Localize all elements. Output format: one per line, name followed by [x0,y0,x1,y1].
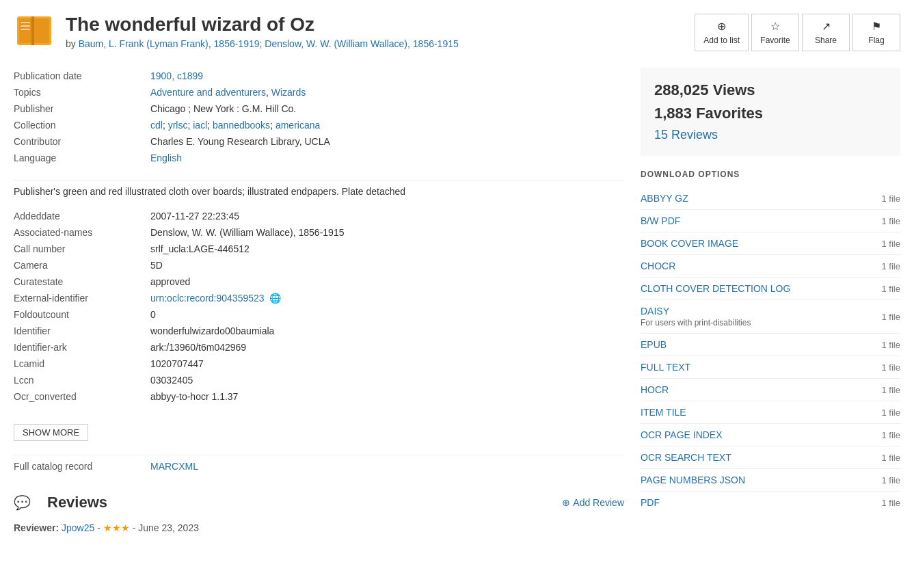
collection-link-cdl[interactable]: cdl [150,120,163,131]
foldoutcount-label: Foldoutcount [14,309,150,320]
metadata-row-contributor: Contributor Charles E. Young Research Li… [14,133,624,150]
contributor-value: Charles E. Young Research Library, UCLA [150,136,624,147]
reviewer-name[interactable]: Jpow25 [62,522,94,533]
worldcat-icon: 🌐 [269,293,281,304]
add-icon: ⊕ [562,497,570,508]
share-label: Share [815,36,837,45]
metadata-row-collection: Collection cdl; yrlsc; iacl; bannedbooks… [14,117,624,133]
author-link-1[interactable]: Baum, L. Frank (Lyman Frank), 1856-1919 [79,38,260,49]
download-link-bw-pdf[interactable]: B/W PDF [641,215,680,226]
download-link-abbyy-gz[interactable]: ABBYY GZ [641,193,688,204]
download-item-cloth-cover-inner: CLOTH COVER DETECTION LOG [641,283,882,294]
language-value: English [150,152,624,163]
language-link[interactable]: English [150,152,182,163]
metadata-row-publisher: Publisher Chicago ; New York : G.M. Hill… [14,101,624,117]
collection-link-iacl[interactable]: iacl [193,120,207,131]
camera-label: Camera [14,260,150,271]
show-more-button[interactable]: SHOW MORE [14,424,88,441]
download-item-bw-pdf: B/W PDF 1 file [641,210,900,232]
download-link-pdf[interactable]: PDF [641,497,660,508]
download-link-daisy[interactable]: DAISY [641,306,669,317]
download-item-epub-inner: EPUB [641,339,882,350]
download-section: DOWNLOAD OPTIONS ABBYY GZ 1 file B/W PDF… [641,170,900,513]
share-icon: ↗ [822,20,831,33]
collection-label: Collection [14,120,150,131]
svg-rect-4 [21,25,30,27]
lccn-label: Lccn [14,375,150,386]
addeddate-label: Addeddate [14,211,150,222]
collection-link-americana[interactable]: americana [275,120,320,131]
publication-date-link[interactable]: 1900, c1899 [150,70,203,81]
identifier-ark-label: Identifier-ark [14,342,150,353]
ocr-converted-value: abbyy-to-hocr 1.1.37 [150,391,624,402]
addeddate-value: 2007-11-27 22:23:45 [150,211,624,222]
metadata-row-foldoutcount: Foldoutcount 0 [14,306,624,323]
download-item-daisy: DAISY For users with print-disabilities … [641,300,900,334]
file-count-ocr-search-text: 1 file [882,453,900,463]
extended-metadata-table: Addeddate 2007-11-27 22:23:45 Associated… [14,208,624,405]
flag-label: Flag [868,36,884,45]
full-catalog-value: MARCXML [150,461,624,472]
header-actions: ⊕ Add to list ☆ Favorite ↗ Share ⚑ Flag [695,14,900,51]
book-author: by Baum, L. Frank (Lyman Frank), 1856-19… [66,38,695,49]
download-link-ocr-page-index[interactable]: OCR PAGE INDEX [641,429,723,440]
download-item-hocr-inner: HOCR [641,384,882,395]
topic-link-adventure[interactable]: Adventure and adventurers [150,87,266,98]
marcxml-link[interactable]: MARCXML [150,461,198,472]
lcamid-value: 1020707447 [150,358,624,369]
curatestate-value: approved [150,276,624,287]
flag-icon: ⚑ [872,20,881,33]
download-link-ocr-search-text[interactable]: OCR SEARCH TEXT [641,452,731,463]
metadata-row-camera: Camera 5D [14,257,624,273]
download-link-item-tile[interactable]: ITEM TILE [641,407,686,418]
download-link-epub[interactable]: EPUB [641,339,667,350]
metadata-row-associated-names: Associated-names Denslow, W. W. (William… [14,224,624,241]
collection-link-bannedbooks[interactable]: bannedbooks [213,120,270,131]
download-link-page-numbers-json[interactable]: PAGE NUMBERS JSON [641,475,745,485]
download-item-full-text: FULL TEXT 1 file [641,356,900,379]
download-item-bw-pdf-inner: B/W PDF [641,215,882,226]
reviews-stat-link[interactable]: 15 Reviews [654,128,718,142]
download-item-book-cover-image: BOOK COVER IMAGE 1 file [641,232,900,255]
identifier-label: Identifier [14,325,150,336]
metadata-row-call-number: Call number srlf_ucla:LAGE-446512 [14,241,624,257]
file-count-hocr: 1 file [882,385,900,395]
file-count-ocr-page-index: 1 file [882,430,900,440]
download-item-full-text-inner: FULL TEXT [641,362,882,373]
add-to-list-label: Add to list [703,36,740,45]
plus-circle-icon: ⊕ [717,20,726,33]
add-review-button[interactable]: ⊕ Add Review [562,497,624,508]
file-count-cloth-cover-detection-log: 1 file [882,284,900,294]
reviewer-info: Reviewer: Jpow25 - ★★★ - June 23, 2023 [14,522,624,533]
add-to-list-button[interactable]: ⊕ Add to list [695,14,749,51]
book-title: The wonderful wizard of Oz [66,14,695,36]
download-item-ocr-search-text-inner: OCR SEARCH TEXT [641,452,882,463]
favorite-button[interactable]: ☆ Favorite [751,14,799,51]
reviews-section: 💬 Reviews ⊕ Add Review Reviewer: Jpow25 … [14,494,624,533]
download-link-chocr[interactable]: CHOCR [641,260,675,271]
download-item-pdf: PDF 1 file [641,492,900,513]
external-identifier-link[interactable]: urn:oclc:record:904359523 [150,293,265,304]
metadata-row-identifier: Identifier wonderfulwizardo00baumiala [14,323,624,339]
page-container: The wonderful wizard of Oz by Baum, L. F… [0,0,914,547]
download-item-abbyy-gz-inner: ABBYY GZ [641,193,882,204]
collection-link-yrlsc[interactable]: yrlsc [168,120,188,131]
download-link-cloth-cover-detection-log[interactable]: CLOTH COVER DETECTION LOG [641,283,790,294]
right-sidebar: 288,025 Views 1,883 Favorites 15 Reviews… [641,68,900,533]
download-link-full-text[interactable]: FULL TEXT [641,362,690,373]
download-link-book-cover-image[interactable]: BOOK COVER IMAGE [641,238,738,249]
main-content: Publication date 1900, c1899 Topics Adve… [14,68,900,533]
views-stat: 288,025 Views [654,81,887,99]
publisher-value: Chicago ; New York : G.M. Hill Co. [150,103,624,114]
share-button[interactable]: ↗ Share [802,14,850,51]
external-identifier-label: External-identifier [14,293,150,304]
download-link-hocr[interactable]: HOCR [641,384,669,395]
contributor-label: Contributor [14,136,150,147]
camera-value: 5D [150,260,624,271]
author-link-2[interactable]: Denslow, W. W. (William Wallace), 1856-1… [265,38,458,49]
topic-link-wizards[interactable]: Wizards [271,87,306,98]
reviewer-stars: ★★★ [103,522,130,533]
flag-button[interactable]: ⚑ Flag [852,14,900,51]
metadata-row-lccn: Lccn 03032405 [14,372,624,388]
file-count-bw-pdf: 1 file [882,216,900,226]
